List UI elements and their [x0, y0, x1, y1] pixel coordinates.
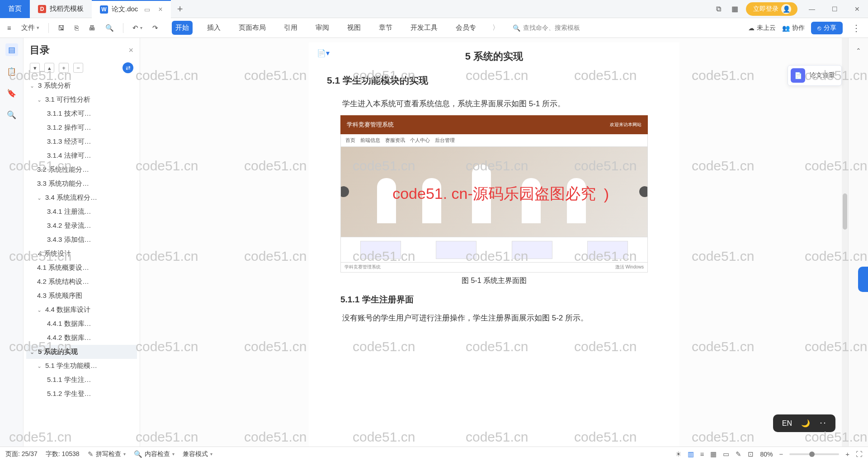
page-tool-icon[interactable]: 📄▾ — [317, 49, 330, 57]
more-icon[interactable]: ⋮ — [849, 23, 863, 33]
print-icon[interactable]: 🖶 — [86, 22, 98, 33]
zoom-slider[interactable] — [789, 453, 839, 455]
spell-check[interactable]: ✎拼写检查 ▾ — [88, 450, 126, 458]
outline-item[interactable]: ⌄4 系统设计 — [26, 247, 137, 261]
view-outline-icon[interactable]: ≡ — [700, 450, 704, 458]
save-icon[interactable]: 🖫 — [55, 22, 67, 33]
save-as-icon[interactable]: ⎘ — [72, 22, 81, 33]
figure-5-1: 学科竞赛管理系统 欢迎来访本网站 首页 前端信息 赛服资讯 个人中心 后台管理 … — [340, 115, 648, 273]
tab-review[interactable]: 审阅 — [312, 21, 333, 35]
tab-devtools[interactable]: 开发工具 — [407, 21, 441, 35]
plagiarism-check-card[interactable]: 📄 论文查重 — [788, 65, 842, 86]
tab-document[interactable]: W 论文.doc ▭ × — [92, 0, 171, 18]
search-placeholder: 查找命令、搜索模板 — [523, 24, 580, 32]
outline-item[interactable]: ⌄5 系统的实现 — [26, 345, 137, 359]
add-heading-icon[interactable]: + — [59, 63, 69, 73]
clipboard-icon[interactable]: 📋 — [5, 65, 18, 78]
document-area[interactable]: 📄▾ 5 系统的实现 5.1 学生功能模块的实现 学生进入本系统可查看系统信息，… — [140, 38, 848, 447]
tab-window-icon[interactable]: ▭ — [144, 6, 150, 13]
separator — [48, 23, 49, 33]
sync-icon[interactable]: ⇄ — [123, 62, 133, 73]
window-close[interactable]: ✕ — [849, 1, 865, 17]
tab-template[interactable]: D 找稻壳模板 — [30, 0, 92, 18]
outline-item[interactable]: 3.4.2 登录流… — [26, 219, 137, 233]
outline-item[interactable]: ⌄5.1 学生功能模… — [26, 359, 137, 373]
tab-reference[interactable]: 引用 — [280, 21, 301, 35]
outline-icon[interactable]: ▤ — [5, 43, 18, 56]
fullscreen-icon[interactable]: ⛶ — [856, 450, 863, 458]
layout-icon[interactable]: ⧉ — [713, 4, 723, 14]
ribbon-search[interactable]: 🔍 查找命令、搜索模板 — [513, 24, 580, 32]
outline-item[interactable]: 5.1.2 学生登… — [26, 387, 137, 401]
zoom-fit-icon[interactable]: ⊡ — [748, 450, 754, 458]
outline-item[interactable]: 4.3 系统顺序图 — [26, 289, 137, 303]
zoom-in-icon[interactable]: + — [845, 450, 849, 458]
page-indicator[interactable]: 页面: 25/37 — [5, 450, 38, 458]
search-panel-icon[interactable]: 🔍 — [5, 108, 18, 121]
ribbon-right: ☁未上云 👥协作 ⎋分享 ⋮ — [748, 22, 863, 34]
figure-footer: 学科竞赛管理系统激活 Windows — [340, 263, 648, 273]
tab-chapter[interactable]: 章节 — [375, 21, 396, 35]
apps-icon[interactable]: ▦ — [730, 4, 740, 14]
window-minimize[interactable]: — — [804, 1, 820, 17]
menu-toggle[interactable]: ≡ — [5, 22, 14, 33]
outline-item[interactable]: 4.4.1 数据库… — [26, 317, 137, 331]
tab-layout[interactable]: 页面布局 — [235, 21, 269, 35]
outline-item[interactable]: 3.2 系统性能分… — [26, 163, 137, 177]
outline-item[interactable]: 3.1.3 经济可… — [26, 135, 137, 149]
outline-item[interactable]: ⌄3 系统分析 — [26, 79, 137, 93]
brightness-icon[interactable]: ☀ — [675, 450, 681, 458]
view-draft-icon[interactable]: ✎ — [736, 450, 741, 458]
titlebar-right: ⧉ ▦ 立即登录 👤 — ☐ ✕ — [713, 1, 868, 17]
tab-home[interactable]: 首页 — [0, 0, 30, 18]
cloud-status[interactable]: ☁未上云 — [748, 24, 776, 32]
outline-item[interactable]: 3.1.2 操作可… — [26, 121, 137, 135]
remove-heading-icon[interactable]: − — [73, 63, 83, 73]
outline-item[interactable]: ⌄3.4 系统流程分… — [26, 191, 137, 205]
tab-member[interactable]: 会员专 — [452, 21, 480, 35]
outline-item[interactable]: ⌄4.4 数据库设计 — [26, 303, 137, 317]
outline-item[interactable]: 5.1.1 学生注… — [26, 373, 137, 387]
outline-item[interactable]: 4.4.2 数据库… — [26, 331, 137, 345]
ime-indicator[interactable]: EN 🌙 ･･ — [773, 414, 835, 432]
collapse-icon[interactable]: ⌃ — [852, 44, 865, 57]
add-tab-button[interactable]: + — [171, 3, 189, 15]
file-menu[interactable]: 文件 ▾ — [19, 22, 42, 34]
redo-icon[interactable]: ↷ — [150, 22, 161, 34]
right-drawer-tab[interactable] — [858, 267, 868, 292]
content-check[interactable]: 🔍内容检查 ▾ — [134, 450, 175, 458]
tabs-next-icon[interactable]: 〉 — [491, 24, 501, 32]
outline-item[interactable]: 3.4.1 注册流… — [26, 205, 137, 219]
zoom-out-icon[interactable]: − — [779, 450, 783, 458]
word-count[interactable]: 字数: 10538 — [46, 450, 80, 458]
login-button[interactable]: 立即登录 👤 — [746, 2, 797, 16]
expand-all-icon[interactable]: ▴ — [44, 63, 54, 73]
view-read-icon[interactable]: ▭ — [723, 450, 729, 458]
outline-item[interactable]: ⌄3.1 可行性分析 — [26, 93, 137, 107]
preview-icon[interactable]: 🔍 — [103, 22, 117, 34]
outline-item[interactable]: 4.2 系统结构设… — [26, 275, 137, 289]
outline-close-icon[interactable]: × — [128, 46, 133, 55]
tab-view[interactable]: 视图 — [344, 21, 364, 35]
content-icon: 🔍 — [134, 450, 142, 458]
outline-item[interactable]: 3.3 系统功能分… — [26, 177, 137, 191]
view-page-icon[interactable]: ▥ — [688, 450, 694, 458]
bookmark-icon[interactable]: 🔖 — [5, 87, 18, 99]
outline-item[interactable]: 3.1.1 技术可… — [26, 107, 137, 121]
page: 📄▾ 5 系统的实现 5.1 学生功能模块的实现 学生进入本系统可查看系统信息，… — [309, 42, 679, 447]
compat-mode[interactable]: 兼容模式 ▾ — [183, 450, 212, 458]
outline-item[interactable]: 4.1 系统概要设… — [26, 261, 137, 275]
window-maximize[interactable]: ☐ — [826, 1, 843, 17]
undo-icon[interactable]: ↶ ▾ — [130, 22, 145, 34]
tab-insert[interactable]: 插入 — [203, 21, 224, 35]
tab-start[interactable]: 开始 — [172, 21, 193, 35]
outline-item[interactable]: 3.1.4 法律可… — [26, 149, 137, 163]
coop-button[interactable]: 👥协作 — [782, 24, 805, 32]
view-web-icon[interactable]: ▦ — [710, 450, 717, 458]
vertical-scrollbar[interactable] — [842, 38, 848, 447]
tab-close-icon[interactable]: × — [158, 5, 162, 14]
outline-item[interactable]: 3.4.3 添加信… — [26, 233, 137, 247]
share-button[interactable]: ⎋分享 — [811, 22, 843, 34]
collapse-all-icon[interactable]: ▾ — [30, 63, 40, 73]
zoom-value[interactable]: 80% — [760, 451, 773, 458]
